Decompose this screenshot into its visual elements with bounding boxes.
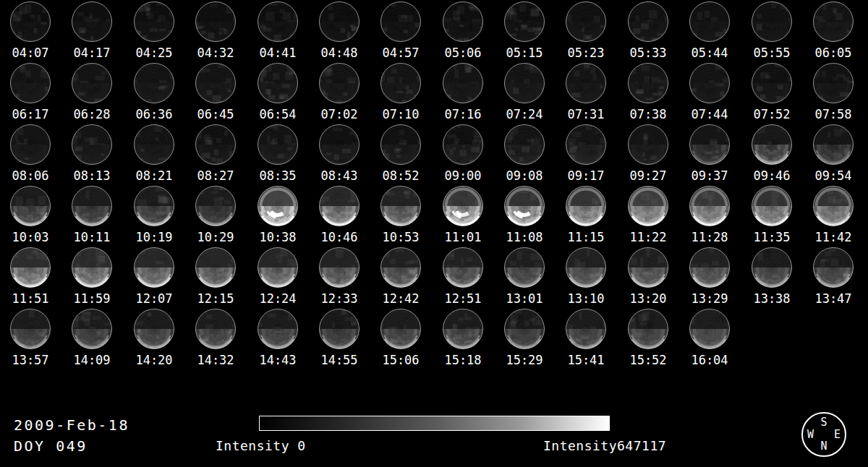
- frame-time-label: 15:29: [492, 354, 557, 367]
- frame-time-label: 11:59: [59, 293, 124, 305]
- frame-time-label: 08:13: [59, 170, 124, 182]
- frame-time-label: 15:18: [430, 354, 495, 367]
- disk-image: [379, 246, 422, 289]
- frame-time-label: 08:43: [307, 170, 372, 182]
- frame-time-label: 08:21: [122, 170, 187, 182]
- frame-time-label: 07:10: [368, 108, 433, 121]
- frame-time-label: 05:44: [677, 47, 742, 59]
- frame-time-label: 04:25: [122, 47, 187, 59]
- disk-image: [626, 61, 670, 105]
- frame-time-label: 08:35: [245, 170, 310, 182]
- disk-image: [441, 0, 485, 43]
- frame-time-label: 07:38: [616, 108, 681, 121]
- disk-image: [812, 61, 855, 105]
- disk-image: [564, 61, 608, 105]
- disk-image: [750, 61, 793, 105]
- frame-time-label: 10:29: [183, 231, 248, 244]
- disk-image: [441, 307, 485, 351]
- disk-image: [688, 307, 731, 351]
- frame-time-label: 12:24: [245, 293, 310, 305]
- frame-time-label: 14:32: [183, 354, 248, 367]
- frame-time-label: 16:04: [677, 354, 742, 367]
- frame-time-label: 12:33: [307, 293, 372, 305]
- frame-time-label: 10:19: [122, 231, 187, 244]
- disk-image: [70, 246, 114, 289]
- frame-time-label: 07:31: [553, 108, 618, 121]
- disk-image: [9, 61, 52, 105]
- frame-time-label: 14:43: [245, 354, 310, 367]
- frame-time-label: 13:10: [553, 293, 618, 305]
- disk-image: [688, 123, 731, 166]
- frame-time-label: 13:47: [801, 293, 866, 305]
- frame-time-label: 15:52: [616, 354, 681, 367]
- frame-time-label: 14:09: [59, 354, 124, 367]
- disk-image: [812, 184, 855, 228]
- compass-south-label: S: [820, 417, 827, 428]
- frame-time-label: 14:55: [307, 354, 372, 367]
- frame-time-label: 12:07: [122, 293, 187, 305]
- disk-image: [70, 123, 114, 166]
- disk-image: [132, 184, 176, 228]
- disk-image: [9, 307, 52, 351]
- frame-time-label: 06:28: [59, 108, 124, 121]
- disk-image: [564, 246, 608, 289]
- disk-image: [194, 0, 237, 43]
- disk-image: [132, 0, 176, 43]
- frame-time-label: 09:17: [553, 170, 618, 182]
- intensity-min-label: Intensity 0: [216, 438, 306, 453]
- frame-time-label: 05:15: [492, 47, 557, 59]
- frame-time-label: 07:24: [492, 108, 557, 121]
- disk-image: [70, 184, 114, 228]
- disk-image: [9, 0, 52, 43]
- frame-time-label: 09:54: [801, 170, 866, 182]
- frame-time-label: 11:01: [430, 231, 495, 244]
- frame-time-label: 05:23: [553, 47, 618, 59]
- disk-image: [132, 123, 176, 166]
- frame-time-label: 10:46: [307, 231, 372, 244]
- disk-image: [564, 0, 608, 43]
- compass-east-label: E: [834, 429, 841, 440]
- disk-image: [503, 307, 546, 351]
- frame-time-label: 10:38: [245, 231, 310, 244]
- frame-time-label: 09:27: [616, 170, 681, 182]
- disk-image: [750, 246, 793, 289]
- frame-time-label: 07:52: [739, 108, 804, 121]
- frame-time-label: 04:07: [0, 47, 63, 59]
- disk-image: [503, 123, 546, 166]
- frame-time-label: 10:11: [59, 231, 124, 244]
- frame-time-label: 07:44: [677, 108, 742, 121]
- date-label: 2009-Feb-18: [14, 416, 129, 434]
- frame-time-label: 06:36: [122, 108, 187, 121]
- disk-image: [503, 184, 546, 228]
- disk-image: [9, 123, 52, 166]
- disk-image: [9, 246, 52, 289]
- disk-image: [256, 246, 299, 289]
- frame-time-label: 07:16: [430, 108, 495, 121]
- disk-image: [379, 307, 422, 351]
- frame-time-label: 06:45: [183, 108, 248, 121]
- frame-time-label: 13:20: [616, 293, 681, 305]
- compass-rose: S N W E: [801, 412, 846, 457]
- disk-image: [626, 246, 670, 289]
- frame-time-label: 11:28: [677, 231, 742, 244]
- disk-image: [750, 123, 793, 166]
- disk-image: [688, 0, 731, 43]
- frame-time-label: 10:53: [368, 231, 433, 244]
- frame-time-label: 05:33: [616, 47, 681, 59]
- frame-time-label: 08:27: [183, 170, 248, 182]
- frame-time-label: 09:00: [430, 170, 495, 182]
- disk-image: [564, 307, 608, 351]
- disk-image: [379, 61, 422, 105]
- disk-image: [256, 0, 299, 43]
- disk-image: [256, 123, 299, 166]
- frame-time-label: 07:02: [307, 108, 372, 121]
- disk-image: [318, 184, 361, 228]
- disk-image: [70, 0, 114, 43]
- disk-image: [70, 61, 114, 105]
- frame-time-label: 08:06: [0, 170, 63, 182]
- disk-image: [379, 0, 422, 43]
- frame-time-label: 04:17: [59, 47, 124, 59]
- frame-time-label: 07:58: [801, 108, 866, 121]
- frame-time-label: 04:41: [245, 47, 310, 59]
- disk-image: [503, 61, 546, 105]
